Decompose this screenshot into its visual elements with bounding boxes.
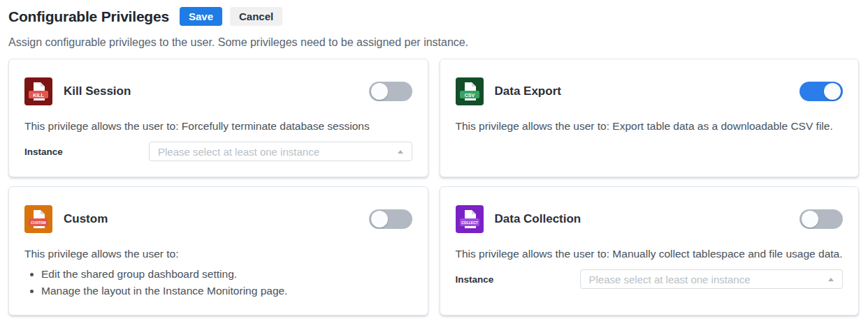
card-title: Data Collection — [495, 212, 800, 226]
data-collection-instance-select[interactable]: Please select at least one instance — [580, 269, 844, 289]
privilege-card-data-collection: COLLECT Data Collection This privilege a… — [440, 186, 860, 315]
instance-label: Instance — [24, 147, 149, 157]
select-placeholder: Please select at least one instance — [158, 146, 319, 158]
select-placeholder: Please select at least one instance — [589, 274, 751, 285]
bullet-item: Edit the shared group dashboard setting. — [41, 266, 412, 283]
save-button[interactable]: Save — [180, 7, 222, 26]
data-export-toggle[interactable] — [800, 82, 843, 101]
caret-up-icon — [398, 150, 403, 154]
kill-session-instance-select[interactable]: Please select at least one instance — [149, 142, 412, 161]
page-header: Configurable Privileges Save Cancel — [8, 7, 859, 26]
bullet-item: Manage the layout in the Instance Monito… — [41, 283, 412, 299]
data-collection-icon: COLLECT — [456, 205, 484, 233]
kill-session-toggle[interactable] — [369, 82, 412, 101]
page-title: Configurable Privileges — [8, 8, 169, 25]
card-description: This privilege allows the user to: — [24, 248, 412, 260]
custom-icon: CUSTOM — [24, 205, 52, 233]
card-description: This privilege allows the user to: Manua… — [456, 248, 844, 260]
card-header: KILL Kill Session — [24, 77, 412, 105]
card-description: This privilege allows the user to: Force… — [24, 120, 412, 133]
data-export-csv-icon: CSV — [456, 77, 484, 105]
page-subtitle: Assign configurable privileges to the us… — [8, 36, 859, 49]
bullet-list: Edit the shared group dashboard setting.… — [24, 266, 412, 299]
kill-session-icon: KILL — [24, 77, 52, 105]
card-title: Custom — [64, 212, 369, 226]
card-header: CSV Data Export — [456, 77, 844, 105]
toggle-knob — [371, 211, 388, 228]
icon-label: COLLECT — [461, 221, 478, 225]
privilege-card-custom: CUSTOM Custom This privilege allows the … — [8, 186, 428, 315]
privilege-card-data-export: CSV Data Export This privilege allows th… — [440, 59, 860, 177]
icon-label: KILL — [33, 93, 44, 98]
data-collection-toggle[interactable] — [800, 209, 843, 229]
toggle-knob — [371, 83, 388, 100]
instance-row: Instance Please select at least one inst… — [456, 269, 844, 289]
icon-label: CUSTOM — [31, 221, 46, 225]
card-header: CUSTOM Custom — [24, 205, 412, 233]
card-title: Kill Session — [64, 84, 369, 98]
toggle-knob — [824, 83, 841, 100]
card-title: Data Export — [495, 84, 800, 98]
privileges-grid: KILL Kill Session This privilege allows … — [8, 59, 859, 315]
icon-label: CSV — [464, 93, 475, 98]
instance-label: Instance — [456, 274, 580, 285]
privilege-card-kill-session: KILL Kill Session This privilege allows … — [8, 59, 428, 177]
custom-toggle[interactable] — [369, 209, 412, 229]
card-description: This privilege allows the user to: Expor… — [456, 120, 844, 133]
instance-row: Instance Please select at least one inst… — [24, 142, 412, 161]
toggle-knob — [802, 211, 818, 228]
caret-up-icon — [828, 278, 834, 281]
cancel-button[interactable]: Cancel — [230, 7, 282, 26]
card-header: COLLECT Data Collection — [456, 205, 844, 233]
